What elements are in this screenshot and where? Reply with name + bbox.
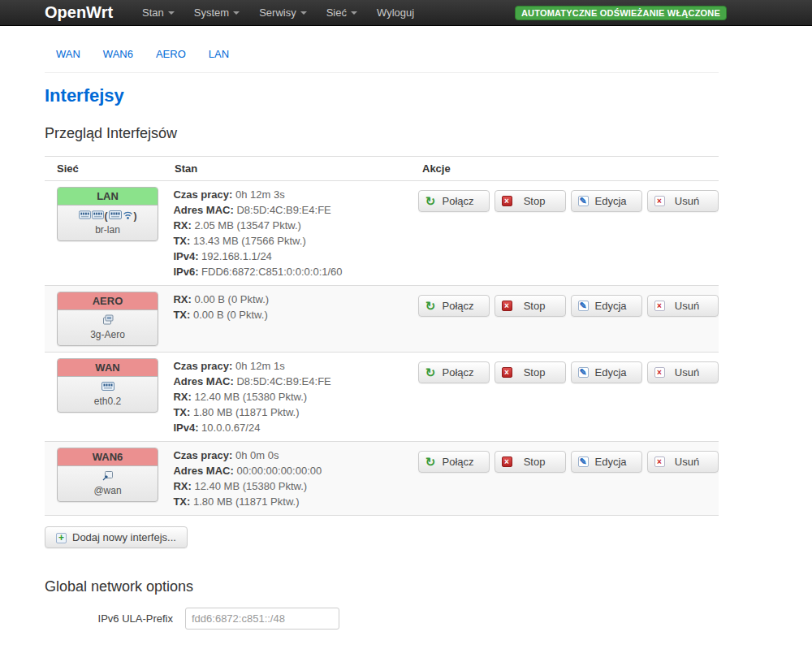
global-options-title: Global network options [45,578,719,595]
status-line: Adres MAC: D8:5D:4C:B9:E4:FE [173,202,418,218]
chevron-down-icon [168,11,175,15]
interface-device-label: 3g-Aero [59,329,156,340]
menu-item-system[interactable]: System [184,0,249,25]
edit-icon: ✎ [578,196,589,206]
stop-button[interactable]: ×Stop [495,451,566,473]
delete-icon: × [654,301,665,311]
main-menu: StanSystemSerwisySiećWyloguj [132,0,424,25]
modem-icon [102,314,114,327]
interface-box: WAN eth0.2 [57,358,158,413]
delete-button[interactable]: ×Usuń [647,361,719,383]
table-row: WAN eth0.2 Czas pracy: 0h 12m 1sAdres MA… [45,353,719,442]
delete-button[interactable]: ×Usuń [647,451,719,473]
tab-aero[interactable]: AERO [145,45,197,72]
menu-item-siec[interactable]: Sieć [317,0,367,25]
connect-icon: ↻ [425,300,436,312]
ethernet-icon [79,210,91,222]
page-title: Interfejsy [45,85,719,106]
app-logo: OpenWrt [45,3,113,22]
edit-button[interactable]: ✎Edycja [571,451,642,473]
stop-button[interactable]: ×Stop [495,190,566,212]
add-icon: + [56,533,67,543]
col-header-network: Sieć [45,157,175,180]
add-interface-button[interactable]: + Dodaj nowy interfejs... [45,526,188,548]
status-line: RX: 12.40 MB (15380 Pktw.) [173,478,418,494]
delete-button[interactable]: ×Usuń [647,190,719,212]
tab-lan[interactable]: LAN [197,45,240,72]
edit-button[interactable]: ✎Edycja [571,190,642,212]
status-line: Czas pracy: 0h 12m 3s [173,187,418,202]
edit-button[interactable]: ✎Edycja [571,295,642,317]
status-line: RX: 0.00 B (0 Pktw.) [173,292,418,307]
stop-icon: × [502,196,512,206]
interface-device-label: @wan [59,485,156,496]
interface-box: LAN () br-lan [57,187,158,241]
ethernet-icon [92,210,104,222]
connect-icon: ↻ [425,366,436,379]
interface-name-badge: AERO [58,292,158,310]
tab-wan6[interactable]: WAN6 [92,45,145,72]
status-line: Czas pracy: 0h 0m 0s [173,448,418,463]
alias-icon [102,471,113,483]
): ) [134,210,137,222]
status-line: Adres MAC: 00:00:00:00:00:00 [173,463,418,478]
connect-button[interactable]: ↻Połącz [418,451,490,473]
status-line: IPv4: 192.168.1.1/24 [173,249,418,264]
interface-name-badge: LAN [58,188,158,206]
interface-tabs: WANWAN6AEROLAN [45,26,719,73]
interface-box: AERO 3g-Aero [57,292,158,346]
status-line: TX: 0.00 B (0 Pktw.) [173,307,418,322]
status-line: IPv4: 10.0.0.67/24 [173,420,418,435]
delete-icon: × [654,367,665,378]
connect-button[interactable]: ↻Połącz [418,361,490,383]
stop-button[interactable]: ×Stop [495,361,566,383]
connect-button[interactable]: ↻Połącz [418,295,490,317]
interface-device-label: br-lan [59,224,156,236]
(: ( [105,210,108,222]
status-line: RX: 12.40 MB (15380 Pktw.) [173,389,418,405]
delete-button[interactable]: ×Usuń [647,295,719,317]
status-line: IPv6: FDD6:6872:C851:0:0:0:0:1/60 [173,264,418,279]
interface-name-badge: WAN6 [58,448,158,466]
ula-prefix-label: IPv6 ULA-Prefix [45,612,173,625]
add-interface-label: Dodaj nowy interfejs... [72,531,176,543]
auto-refresh-badge[interactable]: AUTOMATYCZNE ODŚWIEŻANIE WŁĄCZONE [515,6,727,20]
table-header-row: Sieć Stan Akcje [45,157,719,181]
status-line: TX: 1.80 MB (11871 Pktw.) [173,494,418,509]
edit-icon: ✎ [578,367,589,378]
edit-icon: ✎ [578,301,589,311]
wifi-icon [123,210,133,223]
menu-item-wyloguj[interactable]: Wyloguj [367,0,424,25]
stop-button[interactable]: ×Stop [495,295,566,317]
connect-icon: ↻ [425,195,436,207]
switch-icon [109,210,122,222]
stop-icon: × [502,367,512,378]
status-line: Adres MAC: D8:5D:4C:B9:E4:FE [173,374,418,389]
delete-icon: × [654,456,665,467]
col-header-actions: Akcje [422,157,719,180]
col-header-status: Stan [175,157,422,180]
stop-icon: × [502,301,512,311]
interfaces-table: Sieć Stan Akcje LAN () br-lan Czas pracy… [45,156,719,516]
connect-button[interactable]: ↻Połącz [418,190,490,212]
section-title: Przegląd Interfejsów [45,125,719,142]
table-row: AERO 3g-Aero RX: 0.00 B (0 Pktw.)TX: 0.0… [45,286,719,353]
ula-prefix-input[interactable] [185,608,339,630]
status-line: TX: 13.43 MB (17566 Pktw.) [173,233,418,249]
status-line: Czas pracy: 0h 12m 1s [173,358,418,374]
navbar: OpenWrt StanSystemSerwisySiećWyloguj AUT… [0,0,812,26]
tab-wan[interactable]: WAN [45,45,92,72]
table-row: LAN () br-lan Czas pracy: 0h 12m 3sAdres… [45,181,719,286]
menu-item-stan[interactable]: Stan [132,0,184,25]
interface-device-label: eth0.2 [59,396,156,407]
table-row: WAN6 @wan Czas pracy: 0h 0m 0sAdres MAC:… [45,442,719,515]
menu-item-serwisy[interactable]: Serwisy [249,0,317,25]
stop-icon: × [502,456,512,467]
edit-button[interactable]: ✎Edycja [571,361,642,383]
status-line: TX: 1.80 MB (11871 Pktw.) [173,405,418,420]
interface-box: WAN6 @wan [57,448,158,502]
chevron-down-icon [351,11,357,15]
status-line: RX: 2.05 MB (13547 Pktw.) [173,218,418,233]
edit-icon: ✎ [578,456,589,467]
delete-icon: × [654,196,665,206]
